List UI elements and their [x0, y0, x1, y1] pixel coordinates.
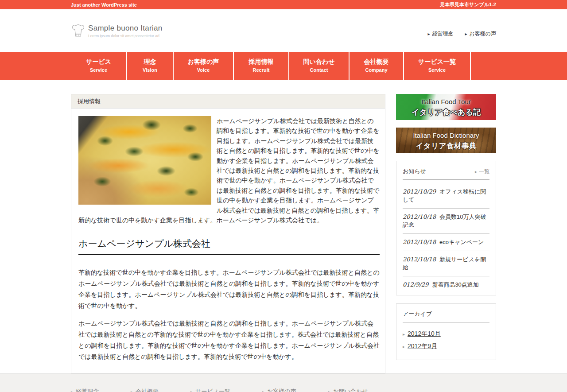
banner-title-en: Italian Food Tour — [396, 98, 496, 105]
footer-nav: ▸経営理念 ▸会社概要 ▸サービス一覧 ▸お客様の声 ▸お問い合わせ — [71, 374, 496, 392]
nav-label-en: Voice — [174, 67, 233, 73]
sidebar: Italian Food Tour イタリア食べある記 Italian Food… — [396, 94, 496, 373]
banner-title-jp: イタリア食べある記 — [396, 107, 496, 117]
body-paragraph-2: ホームページサンプル株式会社では最新技術と自然との調和を目指します。ホームページ… — [78, 318, 380, 362]
page-title: 採用情報 — [71, 94, 385, 109]
footer-link-label: お客様の声 — [267, 388, 296, 392]
nav-label-jp: サービス — [71, 58, 126, 66]
triangle-right-icon: ▸ — [262, 389, 264, 392]
triangle-right-icon: ▸ — [427, 31, 430, 36]
body-paragraph-1: 革新的な技術で世の中を動かす企業を目指します。ホームページサンプル株式会社では最… — [78, 267, 380, 311]
header-link-label: 経営理念 — [432, 31, 453, 37]
site-tagline: Lorem ipsum dolor sit amet,consectetur a… — [88, 34, 163, 38]
nav-item-service[interactable]: サービスService — [71, 52, 127, 80]
footer-link-service-list[interactable]: ▸サービス一覧 — [190, 388, 230, 392]
news-title: お知らせ — [403, 167, 426, 175]
header-link-vision[interactable]: ▸経営理念 — [427, 30, 453, 38]
nav-label-jp: サービス一覧 — [404, 58, 470, 66]
archive-item: ▸2012年10月 — [403, 328, 489, 340]
site-header: Sample buono Itarian Lorem ipsum dolor s… — [0, 9, 567, 52]
header-link-label: お客様の声 — [469, 31, 496, 37]
news-item[interactable]: 2012/10/18会員数10万人突破記念 — [403, 209, 489, 234]
nav-label-en: Company — [350, 67, 403, 73]
nav-item-voice[interactable]: お客様の声Voice — [174, 52, 234, 80]
news-box: お知らせ ▸一覧 2012/10/29オフィス移転に関して 2012/10/18… — [396, 161, 496, 295]
nav-label-jp: 会社概要 — [350, 58, 403, 66]
nav-label-en: Service — [404, 67, 470, 73]
archive-title: アーカイブ — [403, 310, 432, 318]
nav-label-en: Vision — [127, 67, 173, 73]
news-date: 2012/10/18 — [403, 256, 436, 263]
news-item[interactable]: 012/9/29新着商品30点追加 — [403, 276, 489, 293]
news-date: 2012/10/29 — [403, 188, 436, 195]
footer-link-voice[interactable]: ▸お客様の声 — [262, 388, 296, 392]
triangle-right-icon: ▸ — [131, 389, 133, 392]
banner-italian-food-dictionary[interactable]: Italian Food Dictionary イタリア食材事典 — [396, 128, 496, 153]
triangle-right-icon: ▸ — [328, 389, 330, 392]
site-footer: ▸経営理念 ▸会社概要 ▸サービス一覧 ▸お客様の声 ▸お問い合わせ Copyr… — [0, 373, 567, 392]
news-more-label: 一覧 — [479, 168, 489, 175]
top-bar: Just another WordPress site 見本県見本市サンプル1-… — [0, 0, 567, 9]
main-nav: サービスService 理念Vision お客様の声Voice 採用情報Recr… — [0, 52, 567, 80]
nav-label-jp: 採用情報 — [234, 58, 288, 66]
footer-link-label: サービス一覧 — [195, 388, 230, 392]
section-heading: ホームページサンプル株式会社 — [78, 237, 380, 255]
footer-link-label: お問い合わせ — [333, 388, 368, 392]
banner-title-jp: イタリア食材事典 — [396, 141, 496, 151]
news-more-link[interactable]: ▸一覧 — [475, 168, 489, 175]
archive-link-2012-09[interactable]: 2012年9月 — [408, 342, 437, 349]
triangle-right-icon: ▸ — [403, 332, 405, 337]
topbar-left-text: Just another WordPress site — [71, 2, 137, 8]
nav-label-en: Contact — [289, 67, 349, 73]
triangle-right-icon: ▸ — [475, 169, 477, 174]
header-utility-nav: ▸経営理念 ▸お客様の声 — [427, 30, 496, 38]
nav-item-recruit[interactable]: 採用情報Recruit — [234, 52, 289, 80]
triangle-right-icon: ▸ — [190, 389, 193, 392]
banner-italian-food-tour[interactable]: Italian Food Tour イタリア食べある記 — [396, 94, 496, 120]
news-text: 新着商品30点追加 — [432, 281, 478, 288]
site-logo[interactable]: Sample buono Itarian Lorem ipsum dolor s… — [71, 23, 163, 39]
triangle-right-icon: ▸ — [465, 31, 467, 36]
triangle-right-icon: ▸ — [71, 389, 73, 392]
nav-item-service-list[interactable]: サービス一覧Service — [404, 52, 471, 80]
banner-title-en: Italian Food Dictionary — [396, 132, 496, 139]
topbar-right-text: 見本県見本市サンプル1-2 — [440, 1, 496, 8]
site-title: Sample buono Itarian — [88, 24, 163, 33]
nav-item-contact[interactable]: 問い合わせContact — [289, 52, 350, 80]
triangle-right-icon: ▸ — [403, 344, 405, 349]
footer-link-vision[interactable]: ▸経営理念 — [71, 388, 99, 392]
footer-link-contact[interactable]: ▸お問い合わせ — [328, 388, 368, 392]
pizza-image — [78, 116, 211, 205]
nav-item-vision[interactable]: 理念Vision — [127, 52, 174, 80]
news-text: ecoキャンペーン — [439, 239, 484, 245]
footer-link-label: 経営理念 — [76, 388, 99, 392]
nav-label-en: Recruit — [234, 67, 288, 73]
news-date: 2012/10/18 — [403, 213, 436, 220]
news-item[interactable]: 2012/10/18新規サービスを開始 — [403, 251, 489, 276]
news-item[interactable]: 2012/10/18ecoキャンペーン — [403, 234, 489, 251]
news-item[interactable]: 2012/10/29オフィス移転に関して — [403, 183, 489, 209]
archive-box: アーカイブ ▸2012年10月 ▸2012年9月 — [396, 303, 496, 360]
nav-label-en: Service — [71, 67, 126, 73]
nav-label-jp: 理念 — [127, 58, 173, 66]
footer-link-label: 会社概要 — [136, 388, 159, 392]
chef-hat-icon — [71, 23, 85, 39]
main-content: 採用情報 ホームページサンプル株式会社では最新技術と自然との調和を目指します。革… — [71, 94, 385, 373]
nav-label-jp: 問い合わせ — [289, 58, 349, 66]
header-link-voice[interactable]: ▸お客様の声 — [465, 30, 496, 38]
news-date: 2012/10/18 — [403, 239, 436, 245]
news-date: 012/9/29 — [403, 281, 428, 288]
archive-link-2012-10[interactable]: 2012年10月 — [408, 330, 441, 337]
nav-label-jp: お客様の声 — [174, 58, 233, 66]
archive-item: ▸2012年9月 — [403, 340, 489, 353]
footer-link-company[interactable]: ▸会社概要 — [131, 388, 159, 392]
nav-item-company[interactable]: 会社概要Company — [350, 52, 404, 80]
